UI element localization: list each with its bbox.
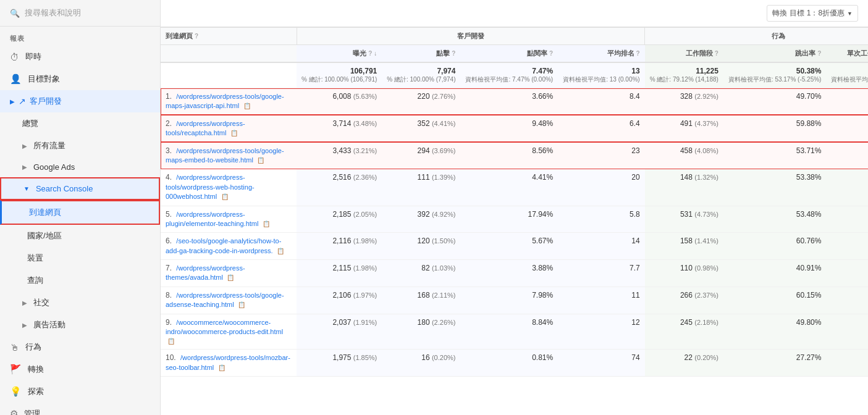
col-header-sessions[interactable]: 工作階段 ? — [645, 45, 723, 63]
search-icon: 🔍 — [10, 9, 20, 18]
row-bounce-rate: 53.71% — [723, 142, 827, 169]
row-url[interactable]: 1. /wordpress/wordpress-tools/google-map… — [161, 88, 297, 115]
copy-icon[interactable]: 📋 — [257, 157, 264, 164]
url-link[interactable]: /wordpress/wordpress-tools/google-adsens… — [166, 291, 284, 308]
row-pages-session: 1.67 — [826, 115, 868, 142]
row-sessions: 245 (2.18%) — [645, 314, 723, 350]
col-header-bounce-rate[interactable]: 跳出率 ? — [723, 45, 827, 63]
table-row: 1. /wordpress/wordpress-tools/google-map… — [161, 88, 868, 115]
url-link[interactable]: /wordpress/wordpress-tools/google-maps-e… — [166, 147, 284, 164]
summary-clicks: 7,974 % 總計: 100.00% (7,974) — [382, 62, 460, 88]
row-url[interactable]: 7. /wordpress/wordpress-themes/avada.htm… — [161, 260, 297, 287]
sidebar-item-search-console[interactable]: ▼ Search Console — [0, 177, 160, 200]
row-sessions: 266 (2.37%) — [645, 287, 723, 314]
ctr-help-icon[interactable]: ? — [549, 50, 553, 57]
row-sessions: 158 (1.41%) — [645, 233, 723, 260]
reports-section-label: 報表 — [0, 27, 160, 46]
col-header-pages-session[interactable]: 單次工作階段頁數 ? — [826, 45, 868, 63]
copy-icon[interactable]: 📋 — [218, 364, 225, 371]
cursor-icon: 🖱 — [10, 342, 19, 353]
copy-icon[interactable]: 📋 — [227, 274, 234, 281]
copy-icon[interactable]: 📋 — [167, 338, 175, 345]
url-help-icon[interactable]: ? — [195, 33, 198, 40]
copy-icon[interactable]: 📋 — [238, 301, 245, 308]
row-clicks: 168 (2.11%) — [382, 287, 460, 314]
copy-icon[interactable]: 📋 — [243, 103, 251, 109]
row-bounce-rate: 49.80% — [723, 314, 827, 350]
sidebar-item-ad-campaigns[interactable]: ▶ 廣告活動 — [0, 314, 160, 336]
avg-position-help-icon[interactable]: ? — [636, 50, 640, 57]
sidebar-label-country: 國家/地區 — [27, 230, 62, 241]
sidebar-item-audience[interactable]: 👤 目標對象 — [0, 68, 160, 90]
summary-ctr: 7.47% 資料檢視平均值: 7.47% (0.00%) — [460, 62, 558, 88]
sidebar-item-conversion[interactable]: 🚩 轉換 — [0, 358, 160, 380]
chevron-right-icon4: ▶ — [22, 322, 27, 329]
sidebar-item-behavior[interactable]: 🖱 行為 — [0, 336, 160, 358]
col-header-impressions[interactable]: 曝光 ? ↓ — [297, 45, 382, 63]
row-avg-position: 12 — [558, 314, 644, 350]
row-sessions: 148 (1.32%) — [645, 169, 723, 206]
bounce-rate-help-icon[interactable]: ? — [817, 50, 821, 57]
sidebar-label-search-console: Search Console — [36, 184, 93, 193]
sidebar-item-social[interactable]: ▶ 社交 — [0, 291, 160, 314]
search-bar[interactable]: 🔍 搜尋報表和說明 — [0, 0, 160, 27]
row-url[interactable]: 5. /wordpress/wordpress-plugin/elementor… — [161, 206, 297, 233]
sidebar-label-explore: 探索 — [28, 386, 44, 397]
conversion-dropdown[interactable]: 轉換 目標 1：8折優惠 ▼ — [767, 5, 858, 22]
url-link[interactable]: /wordpress/wordpress-tools/wordpress-web… — [166, 174, 255, 200]
sidebar-item-acquisition[interactable]: ▶ ↗ 客戶開發 — [0, 90, 160, 112]
row-ctr: 17.94% — [460, 206, 558, 233]
sidebar-item-google-ads[interactable]: ▶ Google Ads — [0, 157, 160, 177]
row-url[interactable]: 9. /woocommerce/woocommerce-indro/woocom… — [161, 314, 297, 350]
sidebar-item-realtime[interactable]: ⏱ 即時 — [0, 46, 160, 68]
sidebar-item-device[interactable]: 裝置 — [0, 247, 160, 269]
row-url[interactable]: 3. /wordpress/wordpress-tools/google-map… — [161, 142, 297, 169]
person-icon: 👤 — [10, 73, 22, 85]
col-header-ctr[interactable]: 點閱率 ? — [460, 45, 558, 63]
table-row: 8. /wordpress/wordpress-tools/google-ads… — [161, 287, 868, 314]
copy-icon[interactable]: 📋 — [230, 130, 238, 136]
row-clicks: 352 (4.41%) — [382, 115, 460, 142]
copy-icon[interactable]: 📋 — [221, 193, 229, 200]
col-group-url: 到達網頁 ? — [161, 28, 297, 45]
sessions-help-icon[interactable]: ? — [715, 50, 718, 57]
copy-icon[interactable]: 📋 — [277, 248, 284, 254]
copy-icon[interactable]: 📋 — [263, 220, 270, 227]
row-sessions: 22 (0.20%) — [645, 350, 723, 377]
clicks-help-icon[interactable]: ? — [452, 50, 455, 57]
sidebar-item-overview[interactable]: 總覽 — [0, 112, 160, 135]
col-header-clicks[interactable]: 點擊 ? — [382, 45, 460, 63]
impressions-sort-icon[interactable]: ↓ — [374, 50, 377, 57]
flag-icon: 🚩 — [10, 364, 22, 375]
row-avg-position: 23 — [558, 142, 644, 169]
row-bounce-rate: 53.48% — [723, 206, 827, 233]
impressions-help-icon[interactable]: ? — [368, 50, 372, 57]
row-bounce-rate: 53.38% — [723, 169, 827, 206]
url-link[interactable]: /wordpress/wordpress-tools/mozbar-seo-to… — [166, 354, 290, 371]
url-link[interactable]: /seo-tools/google-analytics/how-to-add-g… — [166, 237, 281, 254]
sidebar-item-landing-pages[interactable]: 到達網頁 — [0, 200, 160, 225]
sidebar-label-landing-pages: 到達網頁 — [29, 207, 61, 218]
sidebar-item-all-traffic[interactable]: ▶ 所有流量 — [0, 135, 160, 157]
row-avg-position: 20 — [558, 169, 644, 206]
sidebar-item-country[interactable]: 國家/地區 — [0, 225, 160, 247]
row-bounce-rate: 49.70% — [723, 88, 827, 115]
row-url[interactable]: 6. /seo-tools/google-analytics/how-to-ad… — [161, 233, 297, 260]
row-impressions: 2,116 (1.98%) — [297, 233, 382, 260]
row-url[interactable]: 10. /wordpress/wordpress-tools/mozbar-se… — [161, 350, 297, 377]
row-sessions: 491 (4.37%) — [645, 115, 723, 142]
sidebar-label-conversion: 轉換 — [28, 364, 44, 375]
url-link[interactable]: /woocommerce/woocommerce-indro/woocommer… — [166, 319, 283, 335]
col-header-avg-position[interactable]: 平均排名 ? — [558, 45, 644, 63]
row-url[interactable]: 4. /wordpress/wordpress-tools/wordpress-… — [161, 169, 297, 206]
url-link[interactable]: /wordpress/wordpress-tools/google-maps-j… — [166, 93, 284, 109]
sidebar-item-admin[interactable]: ⚙ 管理 — [0, 403, 160, 415]
row-url[interactable]: 8. /wordpress/wordpress-tools/google-ads… — [161, 287, 297, 314]
clock-icon: ⏱ — [10, 52, 19, 62]
sidebar-item-explore[interactable]: 💡 探索 — [0, 380, 160, 403]
url-link[interactable]: /wordpress/wordpress-plugin/elementor-te… — [166, 211, 258, 227]
sidebar-item-query[interactable]: 查詢 — [0, 269, 160, 291]
row-url[interactable]: 2. /wordpress/wordpress-tools/recaptcha.… — [161, 115, 297, 142]
row-impressions: 2,516 (2.36%) — [297, 169, 382, 206]
row-impressions: 2,037 (1.91%) — [297, 314, 382, 350]
